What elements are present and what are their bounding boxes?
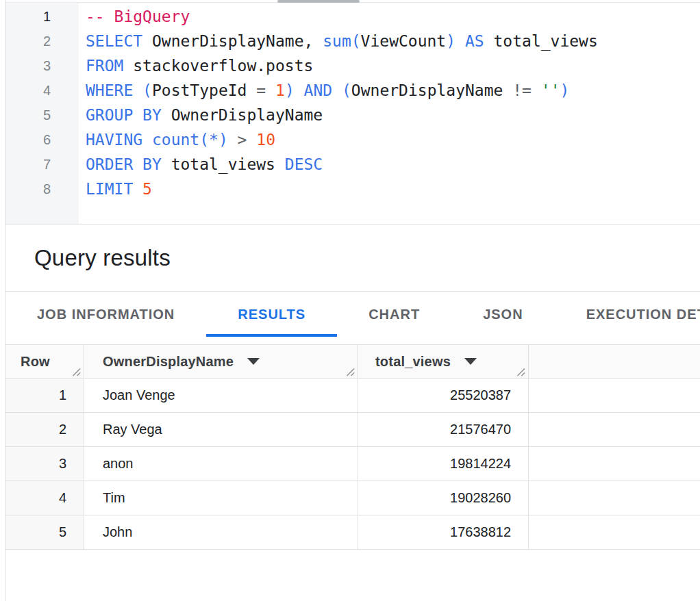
code-token: AS (465, 32, 484, 50)
code-token (133, 81, 142, 99)
results-table: RowOwnerDisplayNametotal_views 1Joan Ven… (5, 344, 700, 550)
code-token: HAVING (86, 131, 142, 149)
total-views-cell: 17638812 (358, 515, 529, 549)
line-number: 2 (5, 29, 79, 53)
editor-gutter: 12345678 (5, 3, 79, 224)
line-number: 1 (5, 4, 79, 29)
code-token: total_views (162, 155, 285, 173)
filler-cell (529, 413, 700, 446)
results-tabbar: JOB INFORMATIONRESULTSCHARTJSONEXECUTION… (5, 292, 700, 337)
code-token: != (512, 81, 532, 99)
owner-name-cell: anon (84, 447, 358, 481)
row-number-cell: 1 (5, 379, 84, 412)
code-token: 5 (142, 180, 152, 198)
row-number-cell: 4 (5, 481, 84, 515)
line-number: 6 (5, 127, 79, 152)
owner-name-cell: Tim (84, 481, 358, 515)
code-token (332, 81, 342, 99)
column-header-filler (529, 345, 700, 378)
sort-dropdown-icon[interactable] (464, 358, 477, 365)
tab-json[interactable]: JSON (451, 292, 554, 337)
line-number: 3 (5, 53, 79, 78)
sort-dropdown-icon[interactable] (247, 358, 260, 365)
owner-name-cell: Joan Venge (84, 379, 358, 412)
filler-cell (529, 481, 700, 515)
column-header-ownerdisplayname[interactable]: OwnerDisplayName (84, 345, 358, 378)
code-token: LIMIT (86, 180, 133, 198)
results-table-header: RowOwnerDisplayNametotal_views (5, 344, 700, 379)
code-token (532, 81, 541, 99)
code-token: sum( (323, 32, 360, 50)
column-header-total-views[interactable]: total_views (358, 345, 529, 378)
code-token: -- BigQuery (86, 8, 190, 25)
code-token (142, 131, 152, 149)
code-token: ) (285, 81, 295, 99)
code-token: ) (560, 81, 570, 99)
code-line[interactable]: HAVING count(*) > 10 (86, 127, 700, 152)
column-resize-grip-icon[interactable] (516, 368, 525, 376)
total-views-cell: 19814224 (358, 447, 529, 481)
query-results-title: Query results (34, 245, 171, 271)
code-token (228, 131, 238, 149)
code-token (295, 81, 304, 99)
owner-name-cell: Ray Vega (84, 413, 358, 446)
code-token (266, 81, 275, 99)
column-header-label: total_views (375, 354, 451, 370)
filler-cell (529, 447, 700, 481)
code-line[interactable]: FROM stackoverflow.posts (86, 53, 700, 78)
bigquery-results-panel: 12345678 -- BigQuerySELECT OwnerDisplayN… (0, 0, 700, 601)
table-row: 4Tim19028260 (5, 481, 700, 515)
total-views-cell: 25520387 (358, 379, 529, 412)
column-header-label: Row (21, 354, 50, 370)
tab-execution-details[interactable]: EXECUTION DETAILS (555, 292, 700, 337)
code-token: OwnerDisplayName, (142, 32, 323, 50)
code-token (247, 131, 256, 149)
tab-job-information[interactable]: JOB INFORMATION (5, 292, 206, 337)
code-line[interactable]: -- BigQuery (86, 4, 700, 29)
code-line[interactable]: SELECT OwnerDisplayName, sum(ViewCount) … (86, 29, 700, 53)
column-resize-grip-icon[interactable] (346, 368, 355, 376)
row-number-cell: 5 (5, 515, 84, 549)
code-token: WHERE (86, 81, 133, 99)
code-token: ORDER BY (86, 155, 162, 173)
filler-cell (529, 379, 700, 412)
tab-results[interactable]: RESULTS (206, 292, 337, 337)
code-token: stackoverflow.posts (123, 57, 313, 75)
code-line[interactable]: GROUP BY OwnerDisplayName (86, 103, 700, 127)
code-token (133, 180, 142, 198)
code-token: 10 (256, 131, 275, 149)
code-token: SELECT (86, 32, 142, 50)
code-token: ) (446, 32, 455, 50)
sql-editor[interactable]: 12345678 -- BigQuerySELECT OwnerDisplayN… (5, 3, 700, 225)
column-header-row[interactable]: Row (5, 345, 84, 378)
code-token: PostTypeId (152, 81, 256, 99)
table-row: 1Joan Venge25520387 (5, 379, 700, 413)
code-token: AND (304, 81, 333, 99)
column-resize-grip-icon[interactable] (72, 368, 81, 376)
code-token: OwnerDisplayName (162, 106, 323, 124)
code-token: '' (541, 81, 560, 99)
total-views-cell: 21576470 (358, 413, 529, 446)
table-row: 2Ray Vega21576470 (5, 413, 700, 447)
line-number: 5 (5, 103, 79, 127)
code-token: total_views (484, 32, 598, 50)
code-token: ViewCount (361, 32, 447, 50)
table-row: 3anon19814224 (5, 447, 700, 481)
code-line[interactable]: LIMIT 5 (86, 177, 700, 201)
table-row: 5John17638812 (5, 515, 700, 550)
tab-chart[interactable]: CHART (337, 292, 451, 337)
total-views-cell: 19028260 (358, 481, 529, 515)
query-results-header: Query results (5, 225, 700, 292)
row-number-cell: 2 (5, 413, 84, 446)
code-line[interactable]: WHERE (PostTypeId = 1) AND (OwnerDisplay… (86, 78, 700, 103)
code-token: ( (142, 81, 152, 99)
code-token: count(*) (152, 131, 228, 149)
line-number: 7 (5, 152, 79, 177)
code-token: 1 (275, 81, 285, 99)
filler-cell (529, 515, 700, 549)
code-line[interactable]: ORDER BY total_views DESC (86, 152, 700, 177)
code-token: DESC (285, 155, 323, 173)
code-token: = (256, 81, 266, 99)
code-token: GROUP BY (86, 106, 162, 124)
editor-code[interactable]: -- BigQuerySELECT OwnerDisplayName, sum(… (79, 3, 700, 224)
